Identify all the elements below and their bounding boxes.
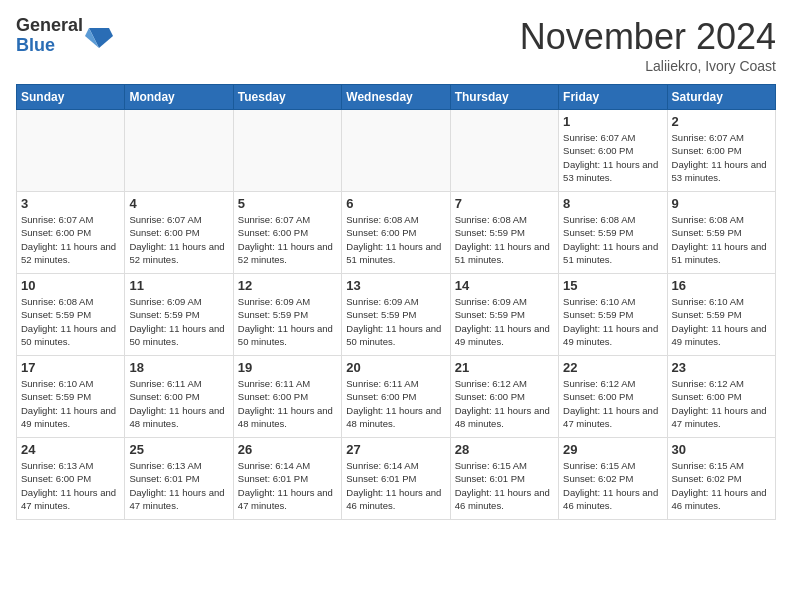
day-info: Sunrise: 6:07 AM Sunset: 6:00 PM Dayligh… bbox=[563, 131, 662, 184]
day-number: 18 bbox=[129, 360, 228, 375]
calendar-week-4: 17Sunrise: 6:10 AM Sunset: 5:59 PM Dayli… bbox=[17, 356, 776, 438]
day-number: 25 bbox=[129, 442, 228, 457]
calendar-week-2: 3Sunrise: 6:07 AM Sunset: 6:00 PM Daylig… bbox=[17, 192, 776, 274]
col-sunday: Sunday bbox=[17, 85, 125, 110]
calendar-cell: 21Sunrise: 6:12 AM Sunset: 6:00 PM Dayli… bbox=[450, 356, 558, 438]
day-info: Sunrise: 6:15 AM Sunset: 6:01 PM Dayligh… bbox=[455, 459, 554, 512]
day-number: 22 bbox=[563, 360, 662, 375]
calendar-week-5: 24Sunrise: 6:13 AM Sunset: 6:00 PM Dayli… bbox=[17, 438, 776, 520]
calendar-cell bbox=[125, 110, 233, 192]
col-thursday: Thursday bbox=[450, 85, 558, 110]
calendar-cell: 25Sunrise: 6:13 AM Sunset: 6:01 PM Dayli… bbox=[125, 438, 233, 520]
month-title: November 2024 bbox=[520, 16, 776, 58]
day-info: Sunrise: 6:08 AM Sunset: 5:59 PM Dayligh… bbox=[455, 213, 554, 266]
day-number: 16 bbox=[672, 278, 771, 293]
calendar-cell: 17Sunrise: 6:10 AM Sunset: 5:59 PM Dayli… bbox=[17, 356, 125, 438]
day-number: 5 bbox=[238, 196, 337, 211]
location: Laliiekro, Ivory Coast bbox=[520, 58, 776, 74]
col-tuesday: Tuesday bbox=[233, 85, 341, 110]
day-info: Sunrise: 6:07 AM Sunset: 6:00 PM Dayligh… bbox=[129, 213, 228, 266]
calendar-cell: 1Sunrise: 6:07 AM Sunset: 6:00 PM Daylig… bbox=[559, 110, 667, 192]
day-info: Sunrise: 6:12 AM Sunset: 6:00 PM Dayligh… bbox=[563, 377, 662, 430]
day-info: Sunrise: 6:15 AM Sunset: 6:02 PM Dayligh… bbox=[672, 459, 771, 512]
day-number: 28 bbox=[455, 442, 554, 457]
logo: General Blue bbox=[16, 16, 113, 56]
day-info: Sunrise: 6:08 AM Sunset: 5:59 PM Dayligh… bbox=[563, 213, 662, 266]
day-number: 2 bbox=[672, 114, 771, 129]
calendar-cell: 24Sunrise: 6:13 AM Sunset: 6:00 PM Dayli… bbox=[17, 438, 125, 520]
header: General Blue November 2024 Laliiekro, Iv… bbox=[16, 16, 776, 74]
day-info: Sunrise: 6:07 AM Sunset: 6:00 PM Dayligh… bbox=[21, 213, 120, 266]
day-info: Sunrise: 6:14 AM Sunset: 6:01 PM Dayligh… bbox=[238, 459, 337, 512]
day-number: 11 bbox=[129, 278, 228, 293]
calendar-cell: 11Sunrise: 6:09 AM Sunset: 5:59 PM Dayli… bbox=[125, 274, 233, 356]
day-info: Sunrise: 6:08 AM Sunset: 5:59 PM Dayligh… bbox=[21, 295, 120, 348]
day-number: 26 bbox=[238, 442, 337, 457]
calendar-cell: 27Sunrise: 6:14 AM Sunset: 6:01 PM Dayli… bbox=[342, 438, 450, 520]
calendar-body: 1Sunrise: 6:07 AM Sunset: 6:00 PM Daylig… bbox=[17, 110, 776, 520]
calendar-cell: 26Sunrise: 6:14 AM Sunset: 6:01 PM Dayli… bbox=[233, 438, 341, 520]
logo-text: General Blue bbox=[16, 16, 83, 56]
day-number: 12 bbox=[238, 278, 337, 293]
calendar-cell: 13Sunrise: 6:09 AM Sunset: 5:59 PM Dayli… bbox=[342, 274, 450, 356]
day-number: 20 bbox=[346, 360, 445, 375]
calendar-cell: 10Sunrise: 6:08 AM Sunset: 5:59 PM Dayli… bbox=[17, 274, 125, 356]
day-number: 15 bbox=[563, 278, 662, 293]
calendar-cell bbox=[450, 110, 558, 192]
calendar-cell: 12Sunrise: 6:09 AM Sunset: 5:59 PM Dayli… bbox=[233, 274, 341, 356]
day-info: Sunrise: 6:10 AM Sunset: 5:59 PM Dayligh… bbox=[672, 295, 771, 348]
day-info: Sunrise: 6:11 AM Sunset: 6:00 PM Dayligh… bbox=[346, 377, 445, 430]
calendar-cell: 15Sunrise: 6:10 AM Sunset: 5:59 PM Dayli… bbox=[559, 274, 667, 356]
day-info: Sunrise: 6:11 AM Sunset: 6:00 PM Dayligh… bbox=[129, 377, 228, 430]
day-info: Sunrise: 6:08 AM Sunset: 6:00 PM Dayligh… bbox=[346, 213, 445, 266]
day-number: 4 bbox=[129, 196, 228, 211]
calendar-cell: 20Sunrise: 6:11 AM Sunset: 6:00 PM Dayli… bbox=[342, 356, 450, 438]
day-number: 7 bbox=[455, 196, 554, 211]
day-info: Sunrise: 6:10 AM Sunset: 5:59 PM Dayligh… bbox=[21, 377, 120, 430]
calendar-cell: 2Sunrise: 6:07 AM Sunset: 6:00 PM Daylig… bbox=[667, 110, 775, 192]
calendar-cell bbox=[233, 110, 341, 192]
calendar-week-1: 1Sunrise: 6:07 AM Sunset: 6:00 PM Daylig… bbox=[17, 110, 776, 192]
day-info: Sunrise: 6:07 AM Sunset: 6:00 PM Dayligh… bbox=[238, 213, 337, 266]
day-number: 9 bbox=[672, 196, 771, 211]
logo-icon bbox=[85, 22, 113, 50]
calendar-cell: 6Sunrise: 6:08 AM Sunset: 6:00 PM Daylig… bbox=[342, 192, 450, 274]
calendar-cell: 23Sunrise: 6:12 AM Sunset: 6:00 PM Dayli… bbox=[667, 356, 775, 438]
calendar-cell bbox=[342, 110, 450, 192]
day-number: 6 bbox=[346, 196, 445, 211]
calendar-cell bbox=[17, 110, 125, 192]
day-number: 13 bbox=[346, 278, 445, 293]
calendar-table: Sunday Monday Tuesday Wednesday Thursday… bbox=[16, 84, 776, 520]
col-saturday: Saturday bbox=[667, 85, 775, 110]
calendar-cell: 5Sunrise: 6:07 AM Sunset: 6:00 PM Daylig… bbox=[233, 192, 341, 274]
col-friday: Friday bbox=[559, 85, 667, 110]
day-number: 1 bbox=[563, 114, 662, 129]
calendar-cell: 19Sunrise: 6:11 AM Sunset: 6:00 PM Dayli… bbox=[233, 356, 341, 438]
logo-general: General bbox=[16, 16, 83, 36]
calendar-cell: 29Sunrise: 6:15 AM Sunset: 6:02 PM Dayli… bbox=[559, 438, 667, 520]
day-info: Sunrise: 6:12 AM Sunset: 6:00 PM Dayligh… bbox=[455, 377, 554, 430]
calendar-cell: 7Sunrise: 6:08 AM Sunset: 5:59 PM Daylig… bbox=[450, 192, 558, 274]
day-number: 3 bbox=[21, 196, 120, 211]
day-info: Sunrise: 6:11 AM Sunset: 6:00 PM Dayligh… bbox=[238, 377, 337, 430]
calendar-cell: 3Sunrise: 6:07 AM Sunset: 6:00 PM Daylig… bbox=[17, 192, 125, 274]
day-number: 23 bbox=[672, 360, 771, 375]
main-container: General Blue November 2024 Laliiekro, Iv… bbox=[0, 0, 792, 528]
day-info: Sunrise: 6:12 AM Sunset: 6:00 PM Dayligh… bbox=[672, 377, 771, 430]
calendar-cell: 28Sunrise: 6:15 AM Sunset: 6:01 PM Dayli… bbox=[450, 438, 558, 520]
calendar-cell: 8Sunrise: 6:08 AM Sunset: 5:59 PM Daylig… bbox=[559, 192, 667, 274]
day-info: Sunrise: 6:13 AM Sunset: 6:00 PM Dayligh… bbox=[21, 459, 120, 512]
day-info: Sunrise: 6:09 AM Sunset: 5:59 PM Dayligh… bbox=[455, 295, 554, 348]
calendar-cell: 22Sunrise: 6:12 AM Sunset: 6:00 PM Dayli… bbox=[559, 356, 667, 438]
title-section: November 2024 Laliiekro, Ivory Coast bbox=[520, 16, 776, 74]
day-number: 19 bbox=[238, 360, 337, 375]
logo-blue: Blue bbox=[16, 36, 83, 56]
day-info: Sunrise: 6:09 AM Sunset: 5:59 PM Dayligh… bbox=[238, 295, 337, 348]
day-number: 8 bbox=[563, 196, 662, 211]
day-info: Sunrise: 6:14 AM Sunset: 6:01 PM Dayligh… bbox=[346, 459, 445, 512]
day-number: 27 bbox=[346, 442, 445, 457]
day-number: 30 bbox=[672, 442, 771, 457]
calendar-week-3: 10Sunrise: 6:08 AM Sunset: 5:59 PM Dayli… bbox=[17, 274, 776, 356]
day-info: Sunrise: 6:07 AM Sunset: 6:00 PM Dayligh… bbox=[672, 131, 771, 184]
day-info: Sunrise: 6:08 AM Sunset: 5:59 PM Dayligh… bbox=[672, 213, 771, 266]
